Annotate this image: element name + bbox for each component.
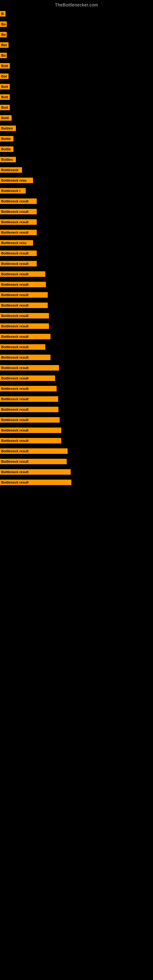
bar-label: Bottleneck result <box>0 375 55 381</box>
bar-row: Bot <box>0 71 153 81</box>
bar-label: Bottleneck result <box>0 344 45 350</box>
bar-row: Bottleneck result <box>0 352 153 363</box>
bar-row: Bottleneck result <box>0 207 153 217</box>
bar-label: Bottleneck result <box>0 250 37 256</box>
bar-label: Bottleneck result <box>0 417 60 423</box>
bar-label: Bottleneck result <box>0 271 45 277</box>
bar-label: Bottleneck result <box>0 355 51 360</box>
bar-label: Bottl <box>0 115 12 121</box>
bar-row: Bottleneck result <box>0 217 153 227</box>
bar-label: Bo <box>0 52 7 58</box>
bar-row: Bottleneck result <box>0 300 153 310</box>
site-title: TheBottlenecker.com <box>0 0 153 9</box>
bar-label: Bottlen <box>0 126 16 131</box>
bar-row: Bottleneck result <box>0 456 153 467</box>
bar-row: Bottleneck <box>0 165 153 175</box>
bar-label: Bot <box>0 73 9 79</box>
bar-row: Bo <box>0 50 153 60</box>
bar-row: Bottleneck result <box>0 467 153 477</box>
bar-label: Bo <box>0 21 7 27</box>
bar-label: Bottleneck result <box>0 428 61 433</box>
bar-label: Bottleneck result <box>0 480 71 485</box>
bar-label: Bott <box>0 63 10 68</box>
bar-row: Bottleneck result <box>0 477 153 488</box>
bar-label: Bottle <box>0 136 13 142</box>
bar-row: Bottleneck result <box>0 363 153 373</box>
bar-row: Bo <box>0 19 153 29</box>
bar-label: Bottleneck result <box>0 219 37 225</box>
bar-row: Bottleneck result <box>0 394 153 404</box>
bar-row: Bottleneck result <box>0 269 153 279</box>
bar-row: Bottle <box>0 134 153 144</box>
bar-label: Bottleneck result <box>0 407 59 412</box>
bar-row: Bottleneck result <box>0 383 153 394</box>
bar-row: Bottle <box>0 144 153 154</box>
bar-label: Bottleneck result <box>0 396 58 402</box>
bar-row: Bottlen <box>0 123 153 134</box>
bar-row: Bottleneck r <box>0 186 153 196</box>
bar-row: Bottleneck result <box>0 342 153 352</box>
bar-row: Bottleneck result <box>0 436 153 446</box>
bar-label: Bottleneck result <box>0 438 61 444</box>
bar-row: Bottleneck result <box>0 279 153 290</box>
bar-label: Bottleneck resu <box>0 240 33 246</box>
bar-label: Bottleneck result <box>0 449 68 454</box>
bar-row: Bott <box>0 92 153 102</box>
bar-row: Bottleneck result <box>0 258 153 269</box>
bar-label: Bottleneck result <box>0 292 48 298</box>
bar-label: Bottlen <box>0 157 16 162</box>
bar-label: Bot <box>0 42 9 48</box>
bar-label: Bottleneck result <box>0 230 37 235</box>
bar-label: Bottleneck result <box>0 459 67 464</box>
bar-label: Bottleneck resu <box>0 178 33 183</box>
bar-row: Bottleneck result <box>0 310 153 321</box>
bar-row: Bottleneck resu <box>0 175 153 186</box>
bar-label: Bottleneck result <box>0 334 51 339</box>
bar-label: Bottleneck r <box>0 188 26 194</box>
bar-row: Bottleneck result <box>0 331 153 342</box>
bar-row: Bott <box>0 60 153 71</box>
bar-row: Bo <box>0 29 153 40</box>
bar-label: B <box>0 11 5 16</box>
bar-row: Bottl <box>0 113 153 123</box>
bar-row: Bott <box>0 102 153 113</box>
bar-row: Bottleneck result <box>0 248 153 258</box>
bar-label: Bottleneck result <box>0 313 49 318</box>
bar-label: Bo <box>0 32 7 37</box>
bar-label: Bott <box>0 105 10 110</box>
bar-label: Bott <box>0 84 10 89</box>
bar-row: Bottleneck result <box>0 425 153 436</box>
bar-label: Bottleneck result <box>0 386 57 391</box>
bar-label: Bottle <box>0 146 13 152</box>
bar-row: Bottleneck result <box>0 404 153 415</box>
bar-label: Bottleneck <box>0 167 22 173</box>
bar-row: Bottleneck result <box>0 446 153 456</box>
bar-row: Bottleneck resu <box>0 238 153 248</box>
bar-label: Bottleneck result <box>0 323 49 329</box>
bar-row: Bottleneck result <box>0 373 153 383</box>
bar-row: Bottleneck result <box>0 196 153 207</box>
bar-label: Bottleneck result <box>0 469 71 475</box>
bar-row: Bott <box>0 81 153 92</box>
bar-label: Bottleneck result <box>0 209 37 215</box>
bar-row: Bottleneck result <box>0 321 153 331</box>
bar-row: Bottleneck result <box>0 290 153 300</box>
bar-label: Bottleneck result <box>0 282 46 287</box>
bar-row: Bottleneck result <box>0 227 153 238</box>
bar-row: B <box>0 9 153 19</box>
bar-label: Bottleneck result <box>0 261 37 266</box>
bar-label: Bott <box>0 94 10 100</box>
bar-label: Bottleneck result <box>0 199 37 204</box>
bar-row: Bottlen <box>0 154 153 165</box>
bar-label: Bottleneck result <box>0 365 59 371</box>
bar-row: Bottleneck result <box>0 415 153 425</box>
bar-row: Bot <box>0 40 153 50</box>
bar-label: Bottleneck result <box>0 302 48 308</box>
